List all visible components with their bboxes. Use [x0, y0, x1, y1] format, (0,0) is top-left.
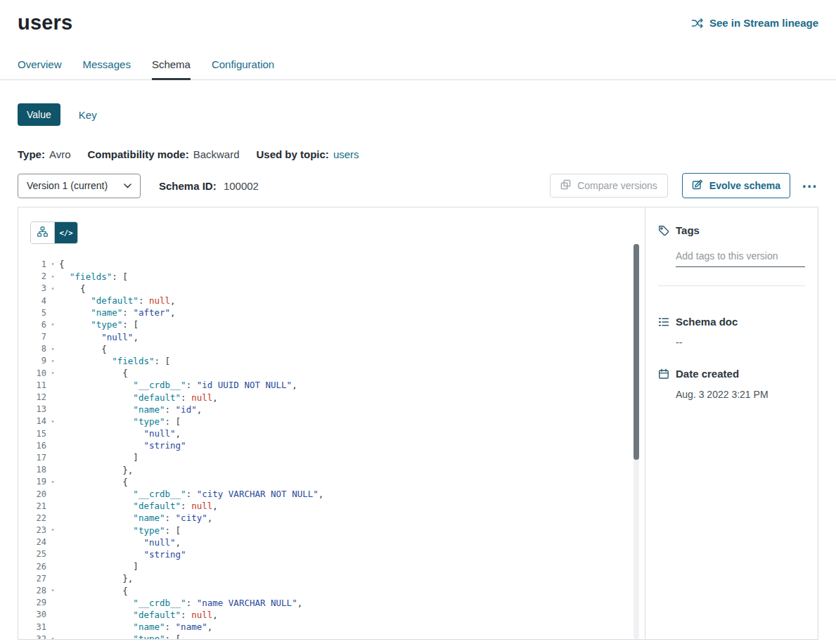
code-line: 11 "__crdb__": "id UUID NOT NULL", [18, 379, 645, 391]
code-text: "type": [ [59, 633, 181, 639]
fold-toggle-icon[interactable]: ▾ [46, 343, 59, 355]
code-text: { [59, 259, 65, 269]
tab-messages[interactable]: Messages [83, 58, 131, 79]
fold-toggle-icon[interactable]: ▾ [46, 524, 59, 536]
code-line: 3▾ { [18, 283, 645, 295]
line-number: 17 [18, 453, 46, 463]
tab-configuration[interactable]: Configuration [212, 58, 274, 79]
code-line: 19▾ { [18, 476, 645, 488]
compare-versions-button[interactable]: Compare versions [550, 174, 668, 198]
editor-scrollbar[interactable] [634, 244, 639, 639]
line-number: 24 [18, 537, 46, 547]
fold-toggle-icon[interactable]: ▾ [46, 283, 59, 295]
version-select[interactable]: Version 1 (current) [18, 174, 141, 198]
code-line: 28▾ { [18, 584, 645, 596]
fold-toggle-icon[interactable]: ▾ [46, 367, 59, 379]
fold-toggle-icon[interactable]: ▾ [46, 318, 59, 330]
schema-meta: Type:AvroCompatibility mode:BackwardUsed… [0, 148, 836, 160]
tree-view-button[interactable] [31, 222, 54, 243]
line-number: 22 [18, 513, 46, 523]
line-number: 30 [18, 610, 46, 619]
code-line: 30 "default": null, [18, 609, 645, 621]
page-title: users [18, 11, 72, 34]
code-text: { [59, 283, 86, 294]
code-line: 4 "default": null, [18, 295, 645, 307]
code-line: 22 "name": "city", [18, 512, 645, 524]
stream-lineage-link[interactable]: See in Stream lineage [691, 17, 818, 30]
line-number: 15 [18, 429, 46, 439]
tab-overview[interactable]: Overview [18, 58, 62, 79]
code-text: "name": "city", [59, 513, 212, 523]
code-text: "type": [ [59, 525, 181, 536]
tags-section: Tags [658, 224, 805, 267]
meta-type: Type:Avro [18, 148, 70, 160]
code-text: "default": null, [59, 295, 176, 306]
date-created-title: Date created [676, 368, 739, 380]
code-brackets-icon: </> [60, 228, 73, 237]
code-text: "null", [59, 428, 181, 439]
fold-toggle-icon[interactable]: ▾ [46, 355, 59, 367]
code-line: 16 "string" [18, 439, 645, 451]
schema-doc-header: Schema doc [658, 316, 805, 328]
meta-used-by-topic: Used by topic:users [257, 148, 359, 160]
fold-toggle-icon[interactable]: ▾ [46, 584, 59, 596]
code-line: 20 "__crdb__": "city VARCHAR NOT NULL", [18, 488, 645, 500]
code-line: 15 "null", [18, 427, 645, 439]
code-text: "__crdb__": "city VARCHAR NOT NULL", [59, 489, 323, 499]
fold-toggle-icon[interactable]: ▾ [46, 258, 59, 270]
line-number: 1 [18, 259, 46, 269]
copy-icon [560, 179, 571, 192]
tags-input[interactable] [676, 250, 805, 267]
line-number: 2 [18, 271, 46, 281]
line-number: 10 [18, 368, 46, 378]
tags-title: Tags [676, 224, 700, 236]
code-line: 9▾ "fields": [ [18, 355, 645, 367]
code-line: 29 "__crdb__": "name VARCHAR NULL", [18, 597, 645, 609]
more-options-button[interactable]: ⋯ [800, 179, 818, 193]
fold-toggle-icon[interactable]: ▾ [46, 416, 59, 427]
version-select-value: Version 1 (current) [27, 180, 108, 191]
code-text: { [59, 344, 107, 354]
key-toggle-button[interactable]: Key [79, 109, 97, 121]
meta-compatibility-mode-value: Backward [193, 148, 240, 160]
edit-pencil-box-icon [692, 179, 703, 193]
code-line: 5 "name": "after", [18, 307, 645, 318]
code-text: { [59, 368, 128, 378]
code-text: { [59, 477, 128, 487]
code-text: ] [59, 561, 139, 572]
fold-toggle-icon[interactable]: ▾ [46, 271, 59, 283]
fold-toggle-icon[interactable]: ▾ [46, 633, 59, 639]
fold-toggle-icon[interactable]: ▾ [46, 476, 59, 488]
code-text: ] [59, 452, 139, 463]
code-text: "default": null, [59, 610, 218, 620]
line-number: 31 [18, 622, 46, 632]
line-number: 28 [18, 586, 46, 595]
code-area: 1▾{2▾ "fields": [3▾ {4 "default": null,5… [18, 258, 645, 639]
code-text: }, [59, 465, 133, 475]
code-text: "fields": [ [59, 356, 170, 366]
value-toggle-button[interactable]: Value [18, 103, 60, 126]
meta-compatibility-mode-label: Compatibility mode: [87, 148, 188, 160]
schema-sidebar: Tags Schema doc -- [645, 207, 818, 639]
page-header: users See in Stream lineage [0, 0, 836, 34]
meta-used-by-topic-label: Used by topic: [257, 148, 329, 160]
meta-type-label: Type: [18, 148, 45, 160]
line-number: 3 [18, 283, 46, 293]
code-text: { [59, 586, 128, 596]
code-line: 7 "null", [18, 330, 645, 342]
editor-scrollbar-thumb[interactable] [634, 244, 639, 460]
code-view-button[interactable]: </> [54, 222, 77, 243]
tab-schema[interactable]: Schema [152, 58, 191, 79]
code-text: "null", [59, 332, 139, 342]
code-line: 21 "default": null, [18, 500, 645, 512]
schema-doc-value: -- [676, 337, 805, 348]
meta-used-by-topic-link[interactable]: users [333, 148, 359, 160]
line-number: 16 [18, 441, 46, 451]
code-line: 2▾ "fields": [ [18, 271, 645, 283]
code-text: "type": [ [59, 319, 139, 330]
code-line: 25 "string" [18, 548, 645, 560]
code-text: "null", [59, 537, 181, 548]
chevron-down-icon [124, 183, 131, 188]
evolve-schema-button[interactable]: Evolve schema [682, 173, 790, 198]
line-number: 4 [18, 296, 46, 306]
